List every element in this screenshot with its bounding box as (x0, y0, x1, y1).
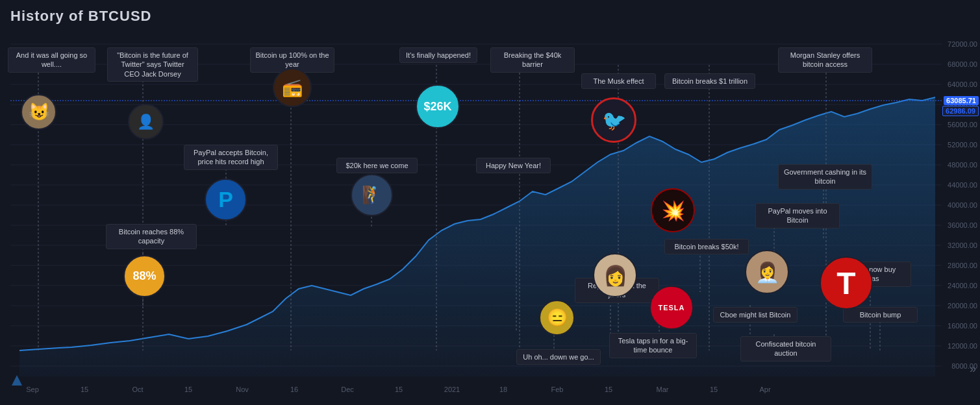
annotation-going-well: And it was all going so well.... (8, 47, 95, 73)
nav-arrow-right[interactable]: » (970, 362, 976, 376)
annotation-paypal-accepts: PayPal accepts Bitcoin, price hits recor… (184, 145, 278, 170)
annotation-finally: It's finally happened! (399, 47, 477, 63)
x-label-15e: 15 (710, 386, 718, 393)
annotation-40k: Breaking the $40k barrier (490, 47, 575, 73)
circle-icon-88pct: 88% (123, 255, 166, 297)
x-label-16: 16 (290, 386, 298, 393)
circle-icon-tesla-t: T (820, 256, 873, 310)
circle-icon-dorsey: 👤 (128, 104, 164, 140)
annotation-50k: Bitcoin breaks $50k! (664, 239, 749, 254)
current-price-high: 63085.71 (944, 96, 979, 105)
x-label-dec: Dec (341, 386, 354, 393)
y-label-36k: 36000.00 (948, 221, 977, 229)
x-label-oct: Oct (132, 386, 143, 393)
annotation-musk-effect: The Musk effect (581, 73, 656, 89)
annotation-happy-new-year: Happy New Year! (476, 158, 551, 173)
y-label-20k: 20000.00 (948, 302, 977, 310)
circle-icon-26k: $26K (416, 84, 460, 129)
x-label-2021: 2021 (444, 386, 460, 393)
annotation-morgan-stanley: Morgan Stanley offers bitcoin access (778, 47, 872, 73)
y-label-28k: 28000.00 (948, 262, 977, 269)
y-label-16k: 16000.00 (948, 322, 977, 330)
x-label-nov: Nov (236, 386, 249, 393)
x-label-sep: Sep (26, 386, 39, 393)
circle-icon-climbing: 🧗 (351, 174, 393, 216)
circle-icon-twitter: 🐦 (591, 97, 636, 143)
y-label-68k: 68000.00 (948, 60, 977, 68)
annotation-cboe: Cboe might list Bitcoin (713, 307, 798, 323)
annotation-88pct: Bitcoin reaches 88% capacity (106, 224, 197, 249)
annotation-confiscated: Confiscated bitcoin auction (740, 336, 831, 362)
annotation-bitcoin-bump: Bitcoin bump (843, 307, 918, 323)
svg-marker-40 (12, 375, 22, 386)
y-label-24k: 24000.00 (948, 282, 977, 289)
circle-icon-cat: 😺 (21, 94, 57, 130)
circle-icon-yellen: 👩 (593, 253, 637, 297)
tradingview-watermark (10, 374, 23, 387)
y-label-12k: 12000.00 (948, 342, 977, 350)
x-label-18: 18 (499, 386, 507, 393)
y-label-64k: 64000.00 (948, 80, 977, 88)
circle-icon-paypal: P (205, 178, 247, 221)
y-label-44k: 44000.00 (948, 181, 977, 189)
x-label-apr: Apr (759, 386, 770, 393)
x-label-15d: 15 (605, 386, 612, 393)
x-label-mar: Mar (657, 386, 669, 393)
chart-container: History of BTCUSD (0, 0, 980, 405)
y-label-40k: 40000.00 (948, 201, 977, 209)
circle-icon-tesla-logo: TESLA (649, 286, 694, 330)
annotation-tesla-bounce: Tesla taps in for a big-time bounce (609, 333, 697, 358)
y-label-72k: 72000.00 (948, 40, 977, 48)
y-label-32k: 32000.00 (948, 241, 977, 249)
circle-icon-woman: 👩‍💼 (745, 250, 789, 294)
x-label-15b: 15 (184, 386, 192, 393)
annotation-20k: $20k here we come (336, 158, 418, 173)
annotation-1-trillion: Bitcoin breaks $1 trillion (664, 73, 755, 89)
x-label-feb: Feb (551, 386, 564, 393)
x-label-15c: 15 (395, 386, 403, 393)
circle-icon-sad: 😑 (539, 300, 575, 336)
annotation-dorsey: "Bitcoin is the future of Twitter" says … (107, 47, 198, 82)
circle-icon-paypal-red: 💥 (651, 188, 695, 232)
current-price-low: 62986.09 (942, 106, 979, 116)
y-label-52k: 52000.00 (948, 141, 977, 149)
annotation-gov-cashing: Government cashing in its bitcoin (778, 164, 872, 190)
annotation-down-we-go: Uh oh... down we go... (516, 349, 601, 365)
y-label-48k: 48000.00 (948, 161, 977, 169)
circle-icon-radio: 📻 (273, 68, 312, 107)
x-label-15a: 15 (81, 386, 88, 393)
annotation-paypal-into: PayPal moves into Bitcoin (755, 203, 840, 228)
y-label-56k: 56000.00 (948, 121, 977, 129)
